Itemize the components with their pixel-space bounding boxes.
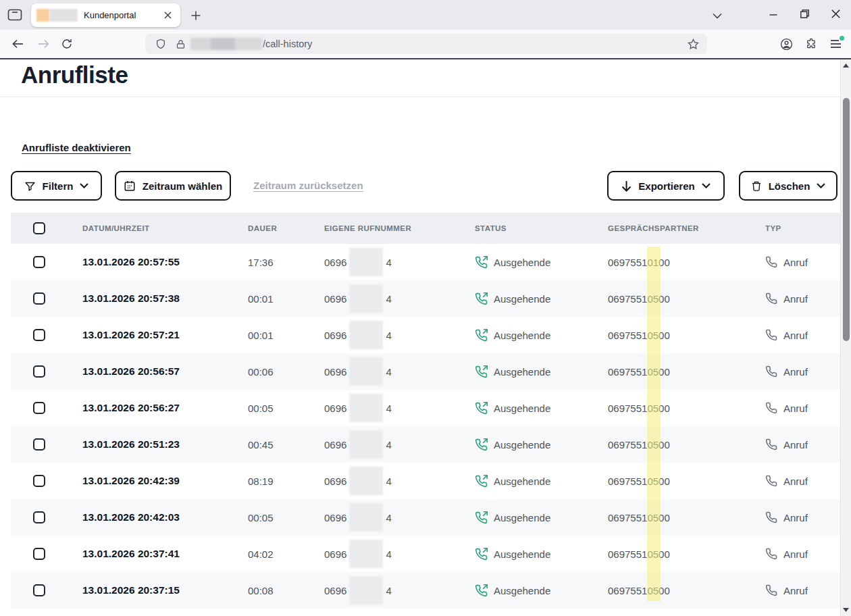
select-all-checkbox[interactable] <box>33 222 45 234</box>
own-number-prefix: 0696 <box>324 293 346 305</box>
scrollbar-thumb[interactable] <box>843 98 850 341</box>
menu-button[interactable] <box>825 35 846 53</box>
status-label: Ausgehende <box>494 293 550 305</box>
scroll-up-button[interactable] <box>841 60 851 71</box>
row-checkbox[interactable] <box>33 292 45 305</box>
update-notification-dot <box>840 36 844 41</box>
page-title: Anrufliste <box>21 61 128 88</box>
own-number-suffix: 4 <box>386 330 391 341</box>
phone-outgoing-icon <box>475 256 488 269</box>
phone-icon <box>765 475 777 487</box>
table-row: 13.01.2026 20:37:41 04:02 0696 4 Ausgehe… <box>11 536 840 572</box>
cell-type: Anruf <box>765 292 840 305</box>
column-header-partner: Gesprächspartner <box>608 224 765 232</box>
filter-button[interactable]: Filtern <box>11 171 102 201</box>
list-tabs-button[interactable] <box>709 7 725 24</box>
maximize-button[interactable] <box>789 0 820 27</box>
url-path-text: /call-history <box>263 38 684 49</box>
cell-type: Anruf <box>765 365 840 378</box>
cell-duration: 04:02 <box>248 548 324 560</box>
row-checkbox[interactable] <box>33 365 45 378</box>
tracking-protection-shield-icon[interactable] <box>155 38 166 50</box>
deactivate-call-log-link[interactable]: Anrufliste deaktivieren <box>22 142 131 153</box>
own-number-suffix: 4 <box>386 403 391 414</box>
table-row: 13.01.2026 20:56:57 00:06 0696 4 Ausgehe… <box>11 353 840 390</box>
row-checkbox[interactable] <box>33 256 45 268</box>
scroll-down-button[interactable] <box>841 605 851 615</box>
chevron-down-icon <box>713 13 722 19</box>
cell-duration: 00:01 <box>248 293 324 305</box>
own-number-blur <box>349 540 383 568</box>
cell-type: Anruf <box>765 548 840 560</box>
own-number-suffix: 4 <box>386 293 391 305</box>
type-label: Anruf <box>783 330 808 341</box>
status-label: Ausgehende <box>494 257 550 268</box>
page-scrollbar[interactable] <box>840 59 851 616</box>
row-checkbox[interactable] <box>33 475 45 487</box>
new-tab-button[interactable] <box>188 7 204 24</box>
own-number-prefix: 0696 <box>324 257 346 268</box>
type-label: Anruf <box>783 476 808 487</box>
reload-button[interactable] <box>57 35 76 53</box>
account-button[interactable] <box>776 35 796 53</box>
cell-own-number: 0696 4 <box>324 467 475 495</box>
table-row: 13.01.2026 20:51:23 00:45 0696 4 Ausgehe… <box>11 426 840 463</box>
row-checkbox[interactable] <box>33 584 45 596</box>
export-button-label: Exportieren <box>638 180 694 192</box>
own-number-blur <box>349 357 383 386</box>
url-bar[interactable]: /call-history <box>145 34 707 54</box>
own-number-suffix: 4 <box>386 585 391 596</box>
row-checkbox[interactable] <box>33 329 45 341</box>
active-tab[interactable]: Kundenportal <box>31 3 180 27</box>
extensions-button[interactable] <box>801 35 821 53</box>
forward-button[interactable] <box>34 35 53 53</box>
cell-own-number: 0696 4 <box>324 430 475 459</box>
own-number-suffix: 4 <box>386 512 391 523</box>
type-label: Anruf <box>783 366 808 378</box>
row-checkbox[interactable] <box>33 511 45 523</box>
own-number-blur <box>349 467 383 495</box>
minimize-button[interactable] <box>758 0 789 27</box>
phone-outgoing-icon <box>475 329 488 342</box>
header-divider <box>0 97 840 97</box>
phone-outgoing-icon <box>475 402 488 415</box>
back-button[interactable] <box>8 35 27 53</box>
column-header-duration: Dauer <box>248 224 324 232</box>
firefox-view-button[interactable] <box>5 7 24 23</box>
type-label: Anruf <box>783 293 808 305</box>
cell-type: Anruf <box>765 511 840 523</box>
export-button[interactable]: Exportieren <box>607 171 725 201</box>
cell-own-number: 0696 4 <box>324 248 475 276</box>
tab-favicon-blur <box>36 9 49 22</box>
reset-range-link[interactable]: Zeitraum zurücksetzen <box>253 171 363 201</box>
cell-duration: 08:19 <box>248 476 324 487</box>
back-arrow-icon <box>12 39 24 49</box>
close-window-button[interactable] <box>820 0 851 27</box>
bookmark-star-button[interactable] <box>684 35 702 53</box>
row-checkbox[interactable] <box>33 438 45 451</box>
lock-icon[interactable] <box>176 38 186 50</box>
table-row: 13.01.2026 20:57:55 17:36 0696 4 Ausgehe… <box>11 244 840 280</box>
call-history-page: Anrufliste Anrufliste deaktivieren Filte… <box>0 59 840 616</box>
phone-outgoing-icon <box>475 365 488 378</box>
own-number-prefix: 0696 <box>324 403 346 414</box>
table-row: 13.01.2026 20:56:27 00:05 0696 4 Ausgehe… <box>11 390 840 426</box>
own-number-prefix: 0696 <box>324 548 346 560</box>
type-label: Anruf <box>783 403 808 414</box>
table-row: 13.01.2026 20:57:38 00:01 0696 4 Ausgehe… <box>11 280 840 317</box>
cell-datetime: 13.01.2026 20:57:21 <box>82 329 248 341</box>
cell-duration: 00:05 <box>248 512 324 523</box>
table-body: 13.01.2026 20:57:55 17:36 0696 4 Ausgehe… <box>11 244 840 609</box>
row-checkbox[interactable] <box>33 548 45 560</box>
cell-duration: 00:06 <box>248 366 324 378</box>
column-header-type: Typ <box>765 224 840 232</box>
cell-duration: 17:36 <box>248 257 324 268</box>
tab-close-button[interactable] <box>160 8 175 23</box>
cell-type: Anruf <box>765 256 840 268</box>
date-range-button[interactable]: Zeitraum wählen <box>115 171 231 201</box>
type-label: Anruf <box>783 512 808 523</box>
row-checkbox[interactable] <box>33 402 45 414</box>
cell-datetime: 13.01.2026 20:56:27 <box>82 402 248 414</box>
delete-button[interactable]: Löschen <box>739 171 837 201</box>
cell-partner: 06975510500 <box>608 476 765 487</box>
